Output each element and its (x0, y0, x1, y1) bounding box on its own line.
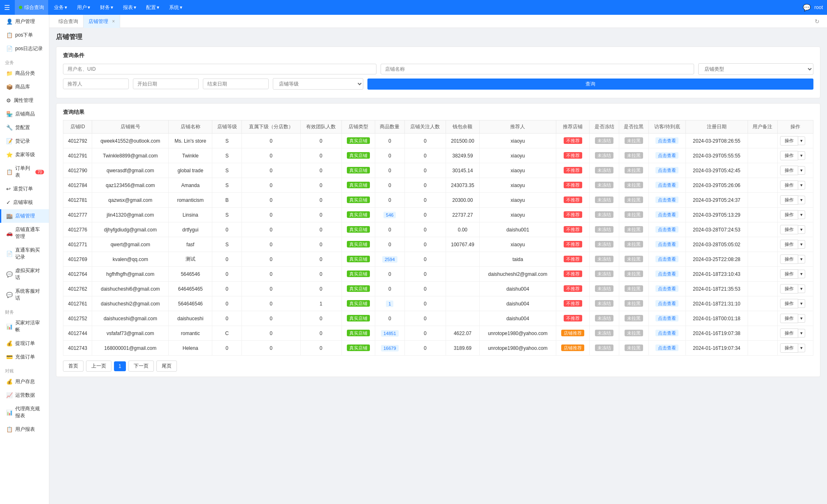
prev-page-btn[interactable]: 上一页 (86, 361, 112, 372)
action-dropdown-btn[interactable]: ▾ (798, 210, 805, 219)
visitors-link[interactable]: 点击查看 (655, 167, 678, 173)
user-label[interactable]: root (814, 5, 823, 10)
action-dropdown-btn[interactable]: ▾ (798, 225, 805, 234)
start-date-input[interactable] (133, 79, 199, 89)
nav-item-配置[interactable]: 配置 ▾ (142, 0, 163, 15)
visitors-link[interactable]: 点击查看 (655, 211, 678, 218)
action-button[interactable]: 操作 (780, 210, 798, 220)
visitors-link[interactable]: 点击查看 (655, 285, 678, 292)
goods-count-link[interactable]: 14851 (381, 330, 399, 337)
action-button[interactable]: 操作 (780, 180, 798, 190)
visitors-link[interactable]: 点击查看 (655, 330, 678, 336)
action-button[interactable]: 操作 (780, 151, 798, 160)
tab-店铺管理[interactable]: 店铺管理 × (84, 15, 120, 28)
visitors-link[interactable]: 点击查看 (655, 137, 678, 144)
shop-type-tag[interactable]: 真实店铺 (347, 226, 370, 233)
action-button[interactable]: 操作 (780, 343, 798, 353)
refresh-icon[interactable]: ↻ (815, 18, 823, 25)
nav-item-报表[interactable]: 报表 ▾ (119, 0, 140, 15)
action-button[interactable]: 操作 (780, 240, 798, 249)
first-page-btn[interactable]: 首页 (63, 361, 84, 372)
shop-type-tag[interactable]: 真实店铺 (347, 197, 370, 203)
sidebar-item-用户存息[interactable]: 💰 用户存息 (0, 375, 49, 388)
action-button[interactable]: 操作 (780, 225, 798, 234)
visitors-link[interactable]: 点击查看 (655, 241, 678, 247)
visitors-link[interactable]: 点击查看 (655, 270, 678, 277)
goods-count-link[interactable]: 546 (383, 212, 396, 218)
action-button[interactable]: 操作 (780, 314, 798, 323)
sidebar-item-pos下单[interactable]: 📋 pos下单 (0, 28, 49, 42)
query-button[interactable]: 查询 (367, 79, 813, 90)
goods-count-link[interactable]: 1 (386, 301, 393, 307)
shop-type-select[interactable]: 店铺类型 真实店铺 (698, 63, 813, 75)
sidebar-item-订单列表[interactable]: 📋 订单列表 70 (0, 162, 49, 182)
sidebar-item-店铺管理[interactable]: 🏬 店铺管理 (0, 209, 49, 223)
shop-type-tag[interactable]: 真实店铺 (347, 300, 370, 307)
sidebar-item-店铺直通车管理[interactable]: 🚗 店铺直通车管理 (0, 223, 49, 243)
sidebar-item-货配置[interactable]: 🔧 货配置 (0, 121, 49, 134)
shop-type-tag[interactable]: 真实店铺 (347, 270, 370, 277)
sidebar-item-运营数据[interactable]: 📈 运营数据 (0, 388, 49, 402)
sidebar-item-代理商充规报表[interactable]: 📊 代理商充规报表 (0, 402, 49, 423)
sidebar-item-虚拟买家对话[interactable]: 💬 虚拟买家对话 (0, 264, 49, 284)
shop-type-tag[interactable]: 真实店铺 (347, 137, 370, 144)
sidebar-item-商品分类[interactable]: 📁 商品分类 (0, 67, 49, 80)
action-dropdown-btn[interactable]: ▾ (798, 284, 805, 293)
action-dropdown-btn[interactable]: ▾ (798, 136, 805, 145)
visitors-link[interactable]: 点击查看 (655, 226, 678, 233)
shop-type-tag[interactable]: 真实店铺 (347, 167, 370, 173)
action-button[interactable]: 操作 (780, 299, 798, 308)
action-dropdown-btn[interactable]: ▾ (798, 270, 805, 278)
sidebar-item-提现订单[interactable]: 💰 提现订单 (0, 337, 49, 350)
tab-close-btn[interactable]: × (112, 18, 115, 24)
visitors-link[interactable]: 点击查看 (655, 197, 678, 203)
nav-item-财务[interactable]: 财务 ▾ (96, 0, 117, 15)
shop-type-tag[interactable]: 真实店铺 (347, 344, 370, 351)
sidebar-item-买家对活审帐[interactable]: 📊 买家对活审帐 (0, 316, 49, 337)
shop-type-tag[interactable]: 真实店铺 (347, 152, 370, 159)
nav-item-综合查询[interactable]: 综合查询 (15, 0, 48, 15)
menu-icon[interactable]: ☰ (4, 4, 10, 12)
goods-count-link[interactable]: 2594 (382, 256, 397, 263)
action-dropdown-btn[interactable]: ▾ (798, 255, 805, 264)
shop-level-select[interactable]: 店铺等级 (273, 78, 363, 90)
shop-type-tag[interactable]: 真实店铺 (347, 315, 370, 321)
sidebar-item-店铺审核[interactable]: ✓ 店铺审核 (0, 196, 49, 209)
nav-item-业务[interactable]: 业务 ▾ (50, 0, 71, 15)
action-dropdown-btn[interactable]: ▾ (798, 299, 805, 308)
recommender-input[interactable] (63, 79, 129, 89)
sidebar-item-商品库[interactable]: 📦 商品库 (0, 80, 49, 94)
shop-type-tag[interactable]: 真实店铺 (347, 285, 370, 292)
chat-icon[interactable]: 💬 (803, 4, 811, 12)
visitors-link[interactable]: 点击查看 (655, 344, 678, 351)
shop-type-tag[interactable]: 真实店铺 (347, 211, 370, 218)
action-button[interactable]: 操作 (780, 284, 798, 294)
visitors-link[interactable]: 点击查看 (655, 256, 678, 262)
sidebar-item-卖家等级[interactable]: ⭐ 卖家等级 (0, 148, 49, 162)
shop-type-tag[interactable]: 真实店铺 (347, 330, 370, 336)
sidebar-item-系统客服对话[interactable]: 💬 系统客服对话 (0, 284, 49, 305)
goods-count-link[interactable]: 16679 (381, 345, 399, 351)
shop-type-tag[interactable]: 真实店铺 (347, 182, 370, 188)
sidebar-item-退货订单[interactable]: ↩ 退货订单 (0, 182, 49, 196)
visitors-link[interactable]: 点击查看 (655, 315, 678, 321)
action-dropdown-btn[interactable]: ▾ (798, 181, 805, 190)
last-page-btn[interactable]: 尾页 (156, 361, 177, 372)
action-dropdown-btn[interactable]: ▾ (798, 314, 805, 323)
visitors-link[interactable]: 点击查看 (655, 182, 678, 188)
visitors-link[interactable]: 点击查看 (655, 300, 678, 307)
visitors-link[interactable]: 点击查看 (655, 152, 678, 159)
action-dropdown-btn[interactable]: ▾ (798, 344, 805, 352)
action-dropdown-btn[interactable]: ▾ (798, 196, 805, 204)
next-page-btn[interactable]: 下一页 (128, 361, 154, 372)
action-button[interactable]: 操作 (780, 136, 798, 146)
action-dropdown-btn[interactable]: ▾ (798, 240, 805, 249)
sidebar-item-用户报表[interactable]: 📋 用户报表 (0, 423, 49, 436)
action-button[interactable]: 操作 (780, 254, 798, 264)
action-button[interactable]: 操作 (780, 195, 798, 205)
tab-综合查询[interactable]: 综合查询 (53, 15, 84, 28)
sidebar-item-用户管理[interactable]: 👤 用户管理 (0, 15, 49, 28)
action-button[interactable]: 操作 (780, 328, 798, 338)
shop-type-tag[interactable]: 真实店铺 (347, 241, 370, 247)
action-dropdown-btn[interactable]: ▾ (798, 329, 805, 338)
